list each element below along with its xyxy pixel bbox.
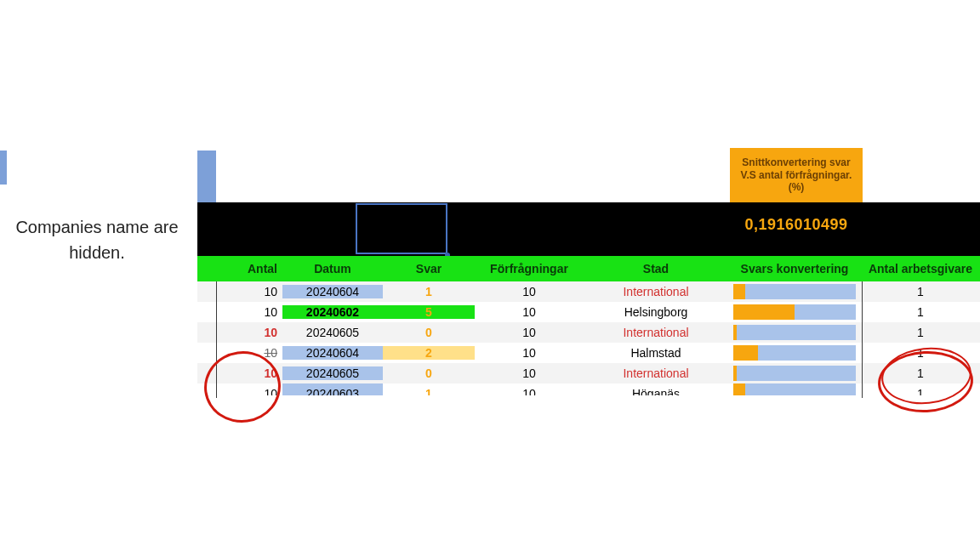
cell-svar[interactable]: 0 (383, 366, 475, 380)
cell-konvertering[interactable] (728, 304, 861, 320)
metric-label-box: Snittkonvertering svar V.S antal förfråg… (730, 148, 863, 202)
table-row[interactable]: 1020240605010International1 (197, 322, 980, 343)
conversion-bar (733, 284, 856, 299)
table-border-right (862, 281, 863, 400)
conversion-bar (733, 345, 856, 361)
table-row[interactable]: 1020240603110Höganäs1 (197, 383, 980, 395)
cell-datum[interactable]: 20240603 (282, 383, 383, 395)
table-border-left (216, 281, 217, 400)
cell-antal[interactable]: 10 (216, 326, 282, 339)
table-row[interactable]: 1020240605010International1 (197, 363, 980, 383)
title-band (197, 202, 980, 256)
cell-datum[interactable]: 20240605 (282, 326, 383, 339)
cell-datum[interactable]: 20240604 (282, 346, 383, 360)
cell-antal[interactable]: 10 (216, 366, 282, 380)
table-row[interactable]: 1020240604110International1 (197, 281, 980, 302)
cell-forfragningar[interactable]: 10 (475, 305, 584, 319)
cell-antal[interactable]: 10 (216, 285, 282, 298)
cell-datum[interactable]: 20240604 (282, 285, 383, 298)
cell-stad[interactable]: Halmstad (584, 346, 728, 360)
cell-konvertering[interactable] (728, 284, 861, 299)
decorative-blue-sliver (0, 151, 7, 185)
cell-arbetsgivare[interactable]: 1 (861, 285, 980, 298)
cell-svar[interactable]: 5 (383, 305, 475, 319)
decorative-blue-stub (197, 151, 216, 202)
col-header-arbetsgivare[interactable]: Antal arbetsgivare (861, 262, 980, 276)
cell-antal[interactable]: 10 (216, 383, 282, 395)
table-row[interactable]: 1020240604210Halmstad1 (197, 343, 980, 363)
cell-antal[interactable]: 10 (216, 346, 282, 360)
cell-datum[interactable]: 20240602 (282, 305, 383, 319)
annotation-note: Companies name are hidden. (12, 214, 182, 265)
table-body: 1020240604110International11020240602510… (197, 281, 980, 395)
cell-arbetsgivare[interactable]: 1 (861, 305, 980, 319)
crop-mask (197, 398, 980, 551)
col-header-stad[interactable]: Stad (584, 262, 728, 276)
col-header-svar[interactable]: Svar (383, 262, 475, 276)
cell-stad[interactable]: International (584, 285, 728, 298)
conversion-bar (733, 304, 856, 320)
cell-datum[interactable]: 20240605 (282, 366, 383, 380)
cell-arbetsgivare[interactable]: 1 (861, 346, 980, 360)
cell-arbetsgivare[interactable]: 1 (861, 383, 980, 395)
cell-stad[interactable]: International (584, 326, 728, 339)
cell-forfragningar[interactable]: 10 (475, 383, 584, 395)
col-header-forfragningar[interactable]: Förfrågningar (475, 262, 584, 276)
metric-value: 0,1916010499 (730, 216, 863, 234)
cell-arbetsgivare[interactable]: 1 (861, 326, 980, 339)
cell-stad[interactable]: International (584, 366, 728, 380)
col-header-antal[interactable]: Antal (216, 262, 282, 276)
cell-forfragningar[interactable]: 10 (475, 366, 584, 380)
col-header-datum[interactable]: Datum (282, 262, 383, 276)
conversion-bar (733, 383, 856, 395)
cell-svar[interactable]: 2 (383, 346, 475, 360)
cell-konvertering[interactable] (728, 345, 861, 361)
table-row[interactable]: 1020240602510Helsingborg1 (197, 302, 980, 322)
cell-konvertering[interactable] (728, 366, 861, 381)
col-header-konvertering[interactable]: Svars konvertering (728, 262, 861, 276)
cell-forfragningar[interactable]: 10 (475, 285, 584, 298)
cell-stad[interactable]: Höganäs (584, 383, 728, 395)
cell-stad[interactable]: Helsingborg (584, 305, 728, 319)
cell-forfragningar[interactable]: 10 (475, 346, 584, 360)
conversion-bar (733, 325, 856, 340)
cell-svar[interactable]: 1 (383, 285, 475, 298)
cell-svar[interactable]: 0 (383, 326, 475, 339)
cell-arbetsgivare[interactable]: 1 (861, 366, 980, 380)
cell-antal[interactable]: 10 (216, 305, 282, 319)
cell-svar[interactable]: 1 (383, 383, 475, 395)
cell-forfragningar[interactable]: 10 (475, 326, 584, 339)
cell-konvertering[interactable] (728, 325, 861, 340)
cell-konvertering[interactable] (728, 383, 861, 395)
conversion-bar (733, 366, 856, 381)
stage: Companies name are hidden. Snittkonverte… (0, 0, 980, 551)
table-header-row: Antal Datum Svar Förfrågningar Stad Svar… (197, 256, 980, 281)
